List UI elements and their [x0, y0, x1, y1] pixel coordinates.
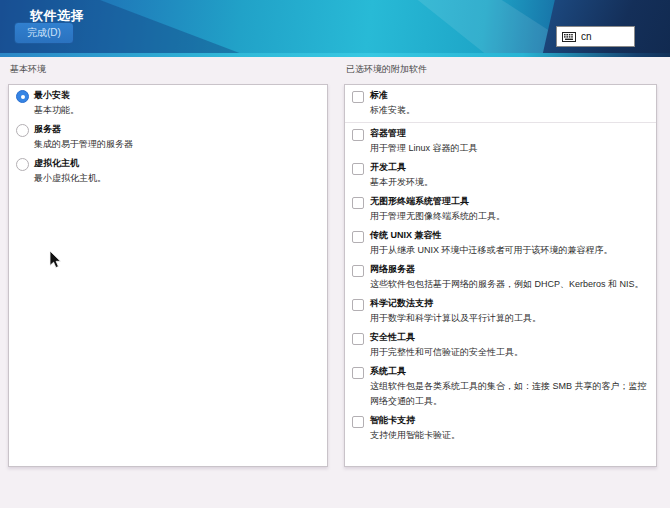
option-title: 无图形终端系统管理工具: [370, 194, 648, 209]
option-description: 集成的易于管理的服务器: [34, 137, 319, 152]
checkbox-icon[interactable]: [352, 333, 364, 345]
checkbox-icon[interactable]: [352, 163, 364, 175]
option-title: 最小安装: [34, 88, 319, 103]
option-title: 系统工具: [370, 364, 648, 379]
option-description: 用于管理无图像终端系统的工具。: [370, 209, 648, 224]
option-description: 标准安装。: [370, 103, 648, 118]
checkbox-icon[interactable]: [352, 367, 364, 379]
option-title: 服务器: [34, 122, 319, 137]
header-bar: 软件选择 完成(D) cn: [0, 0, 670, 57]
addon-option-security-tools[interactable]: 安全性工具 用于完整性和可信验证的安全性工具。: [345, 327, 656, 361]
option-title: 安全性工具: [370, 330, 648, 345]
option-description: 支持使用智能卡验证。: [370, 428, 648, 443]
option-title: 科学记数法支持: [370, 296, 648, 311]
base-environment-panel: 最小安装 基本功能。 服务器 集成的易于管理的服务器 虚拟化主机 最小虚拟化主机…: [8, 84, 328, 467]
addon-option-scientific-support[interactable]: 科学记数法支持 用于数学和科学计算以及平行计算的工具。: [345, 293, 656, 327]
option-description: 基本开发环境。: [370, 175, 648, 190]
keyboard-layout-indicator[interactable]: cn: [556, 26, 635, 47]
option-description: 这些软件包包括基于网络的服务器，例如 DHCP、Kerberos 和 NIS。: [370, 277, 648, 292]
done-button[interactable]: 完成(D): [14, 22, 74, 44]
addons-section: 已选环境的附加软件 标准 标准安装。 容器管理 用于管理 Linux 容器的工具…: [344, 62, 657, 467]
checkbox-icon[interactable]: [352, 91, 364, 103]
option-description: 用于完整性和可信验证的安全性工具。: [370, 345, 648, 360]
checkbox-icon[interactable]: [352, 129, 364, 141]
addon-option-container-management[interactable]: 容器管理 用于管理 Linux 容器的工具: [345, 123, 656, 157]
option-title: 智能卡支持: [370, 413, 648, 428]
option-description: 用于从继承 UNIX 环境中迁移或者可用于该环境的兼容程序。: [370, 243, 648, 258]
option-title: 虚拟化主机: [34, 156, 319, 171]
keyboard-icon: [562, 32, 576, 42]
addon-option-system-tools[interactable]: 系统工具 这组软件包是各类系统工具的集合，如：连接 SMB 共享的客户；监控网络…: [345, 361, 656, 410]
option-title: 网络服务器: [370, 262, 648, 277]
environment-option-minimal[interactable]: 最小安装 基本功能。: [9, 85, 327, 119]
option-title: 开发工具: [370, 160, 648, 175]
option-title: 标准: [370, 88, 648, 103]
environment-option-server[interactable]: 服务器 集成的易于管理的服务器: [9, 119, 327, 153]
addon-option-headless-management[interactable]: 无图形终端系统管理工具 用于管理无图像终端系统的工具。: [345, 191, 656, 225]
checkbox-icon[interactable]: [352, 416, 364, 428]
checkbox-icon[interactable]: [352, 299, 364, 311]
addon-option-legacy-unix[interactable]: 传统 UNIX 兼容性 用于从继承 UNIX 环境中迁移或者可用于该环境的兼容程…: [345, 225, 656, 259]
option-description: 这组软件包是各类系统工具的集合，如：连接 SMB 共享的客户；监控网络交通的工具…: [370, 379, 648, 409]
header-decoration: [0, 53, 670, 57]
addon-option-smart-card[interactable]: 智能卡支持 支持使用智能卡验证。: [345, 410, 656, 444]
option-title: 容器管理: [370, 126, 648, 141]
keyboard-layout-code: cn: [581, 31, 592, 42]
option-description: 用于数学和科学计算以及平行计算的工具。: [370, 311, 648, 326]
addons-heading: 已选环境的附加软件: [344, 62, 657, 84]
addons-panel: 标准 标准安装。 容器管理 用于管理 Linux 容器的工具 开发工具 基本开发…: [344, 84, 657, 467]
checkbox-icon[interactable]: [352, 265, 364, 277]
option-description: 基本功能。: [34, 103, 319, 118]
base-environment-heading: 基本环境: [8, 62, 328, 84]
checkbox-icon[interactable]: [352, 197, 364, 209]
checkbox-icon[interactable]: [352, 231, 364, 243]
option-title: 传统 UNIX 兼容性: [370, 228, 648, 243]
addon-option-standard[interactable]: 标准 标准安装。: [345, 85, 656, 119]
option-description: 用于管理 Linux 容器的工具: [370, 141, 648, 156]
radio-icon[interactable]: [16, 124, 29, 137]
radio-selected-icon[interactable]: [16, 90, 29, 103]
environment-option-virtualization-host[interactable]: 虚拟化主机 最小虚拟化主机。: [9, 153, 327, 187]
addon-option-network-servers[interactable]: 网络服务器 这些软件包包括基于网络的服务器，例如 DHCP、Kerberos 和…: [345, 259, 656, 293]
base-environment-section: 基本环境 最小安装 基本功能。 服务器 集成的易于管理的服务器 虚拟化主机 最小…: [8, 62, 328, 467]
addon-option-development-tools[interactable]: 开发工具 基本开发环境。: [345, 157, 656, 191]
radio-icon[interactable]: [16, 158, 29, 171]
option-description: 最小虚拟化主机。: [34, 171, 319, 186]
